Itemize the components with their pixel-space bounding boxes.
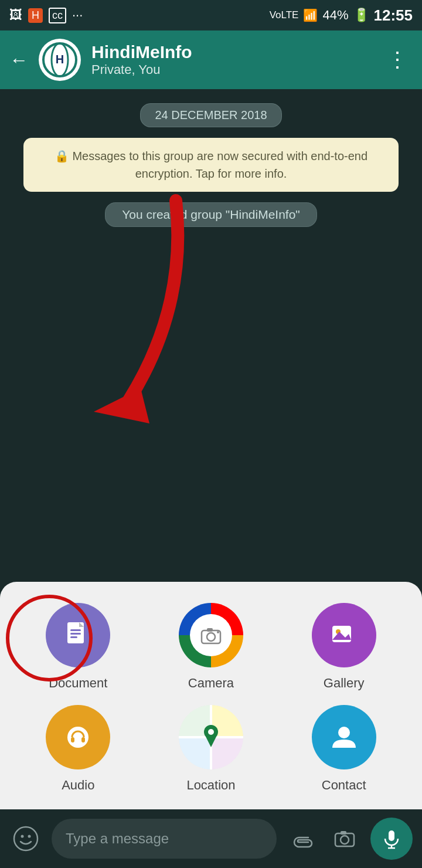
gallery-label: Gallery xyxy=(324,676,365,691)
message-input-field[interactable]: Type a message xyxy=(52,819,277,859)
attachment-audio[interactable]: Audio xyxy=(16,705,140,793)
attachment-document[interactable]: Document xyxy=(16,603,140,691)
svg-rect-19 xyxy=(71,737,74,742)
document-label: Document xyxy=(49,676,107,691)
contact-icon xyxy=(312,705,376,769)
camera-label: Camera xyxy=(188,676,234,691)
emoji-button[interactable] xyxy=(9,822,42,855)
chat-area: 24 DECEMBER 2018 🔒 Messages to this grou… xyxy=(0,89,422,574)
sim-icon: VoLTE xyxy=(270,9,299,21)
mic-button[interactable] xyxy=(370,818,413,860)
contact-label: Contact xyxy=(322,778,366,793)
camera-icon xyxy=(179,603,243,667)
attachment-sheet: Document Camera xyxy=(0,582,422,809)
gallery-status-icon: 🖼 xyxy=(9,8,22,23)
svg-rect-8 xyxy=(70,629,81,631)
attachment-location[interactable]: Location xyxy=(149,705,273,793)
group-created-badge: You created group "HindiMeInfo" xyxy=(105,202,317,227)
more-button[interactable]: ⋮ xyxy=(382,43,413,77)
camera-button[interactable] xyxy=(328,822,361,855)
svg-rect-10 xyxy=(70,636,77,638)
svg-rect-37 xyxy=(389,830,394,841)
svg-point-35 xyxy=(341,836,349,844)
attachment-gallery[interactable]: Gallery xyxy=(282,603,406,691)
audio-label: Audio xyxy=(62,778,94,793)
back-button[interactable]: ← xyxy=(9,49,28,71)
svg-point-30 xyxy=(338,727,350,738)
time-label: 12:55 xyxy=(374,6,413,25)
toolbar-info[interactable]: HindiMeInfo Private, You xyxy=(91,42,372,77)
attachment-button[interactable] xyxy=(286,822,319,855)
more-status-icon: ··· xyxy=(72,8,83,23)
svg-point-14 xyxy=(217,631,219,633)
svg-rect-20 xyxy=(81,737,85,742)
encryption-notice[interactable]: 🔒 Messages to this group are now secured… xyxy=(23,138,399,192)
attachment-camera[interactable]: Camera xyxy=(149,603,273,691)
svg-text:H: H xyxy=(56,53,64,66)
svg-marker-5 xyxy=(94,388,149,423)
gallery-icon-btn xyxy=(312,603,376,667)
group-avatar[interactable]: H xyxy=(39,39,81,81)
location-icon-btn xyxy=(179,705,243,769)
signal-icon: 📶 xyxy=(303,8,318,22)
svg-rect-23 xyxy=(179,737,211,769)
notification-status-icon: H xyxy=(28,8,43,23)
audio-icon xyxy=(46,705,110,769)
document-icon xyxy=(46,603,110,667)
battery-icon: 🔋 xyxy=(353,8,369,23)
svg-rect-36 xyxy=(341,831,346,835)
status-left-icons: 🖼 H cc ··· xyxy=(9,8,83,23)
svg-point-12 xyxy=(207,633,215,641)
svg-rect-9 xyxy=(70,633,81,635)
caption-status-icon: cc xyxy=(49,8,66,23)
svg-point-31 xyxy=(14,827,38,850)
attachment-contact[interactable]: Contact xyxy=(282,705,406,793)
svg-point-29 xyxy=(208,729,214,735)
status-right-icons: VoLTE 📶 44% 🔋 12:55 xyxy=(270,6,413,25)
battery-label: 44% xyxy=(322,8,348,23)
input-bar: Type a message xyxy=(0,809,422,868)
svg-rect-13 xyxy=(207,628,213,632)
status-bar: 🖼 H cc ··· VoLTE 📶 44% 🔋 12:55 xyxy=(0,0,422,30)
attachment-grid: Document Camera xyxy=(16,603,406,793)
svg-point-18 xyxy=(67,727,89,748)
group-name: HindiMeInfo xyxy=(91,42,372,62)
group-sub: Private, You xyxy=(91,62,372,77)
svg-point-32 xyxy=(21,835,24,838)
svg-point-33 xyxy=(28,835,31,838)
message-placeholder: Type a message xyxy=(66,830,169,847)
chat-toolbar: ← H HindiMeInfo Private, You ⋮ xyxy=(0,30,422,89)
location-label: Location xyxy=(186,778,235,793)
svg-rect-24 xyxy=(211,737,243,769)
date-badge: 24 DECEMBER 2018 xyxy=(140,103,281,127)
